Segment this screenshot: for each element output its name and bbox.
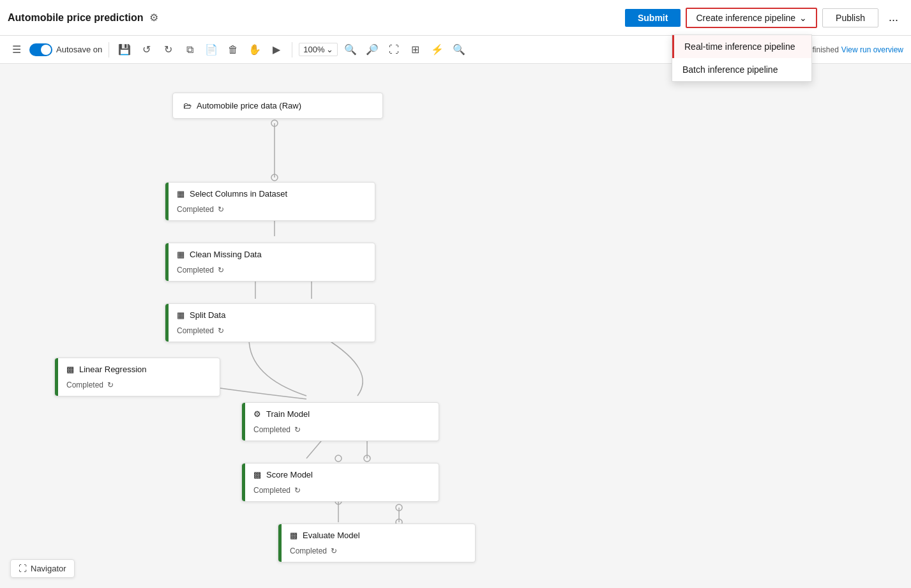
pan-icon[interactable]: ✋	[246, 41, 264, 59]
evaluate-model-label: Evaluate Model	[303, 531, 360, 540]
submit-button[interactable]: Submit	[625, 9, 681, 27]
paste-icon[interactable]: 📄	[202, 41, 220, 59]
zoom-control[interactable]: 100% ⌄	[299, 43, 337, 56]
delete-icon[interactable]: 🗑	[224, 41, 242, 59]
module-icon: ▦	[177, 310, 184, 320]
navigator-button[interactable]: ⛶ Navigator	[10, 559, 75, 578]
completed-bar	[165, 183, 169, 220]
datasource-node[interactable]: 🗁 Automobile price data (Raw)	[172, 93, 383, 119]
batch-inference-option[interactable]: Batch inference pipeline	[672, 58, 811, 81]
module-icon: ▦	[177, 189, 184, 199]
navigator-label: Navigator	[31, 564, 66, 573]
score-model-status: Completed	[253, 486, 290, 495]
svg-point-18	[364, 455, 370, 462]
refresh-icon: ↻	[294, 425, 301, 434]
completed-bar	[242, 403, 245, 441]
zoom-in-icon[interactable]: 🔎	[363, 41, 381, 59]
module-icon: ⚙	[253, 409, 261, 419]
module-icon: ▦	[177, 250, 184, 259]
grid-icon[interactable]: ⊞	[407, 41, 425, 59]
module-icon: ▩	[290, 531, 297, 540]
gear-icon[interactable]: ⚙	[149, 11, 158, 24]
train-model-label: Train Model	[266, 409, 310, 419]
svg-point-9	[271, 174, 278, 181]
clean-missing-node[interactable]: ▦ Clean Missing Data Completed ↻	[165, 243, 375, 282]
select-icon[interactable]: ▶	[267, 41, 285, 59]
svg-point-8	[271, 120, 278, 126]
lightning-icon[interactable]: ⚡	[428, 41, 446, 59]
refresh-icon: ↻	[107, 381, 114, 389]
refresh-icon: ↻	[218, 326, 224, 335]
train-model-node[interactable]: ⚙ Train Model Completed ↻	[241, 402, 439, 441]
zoom-label: 100%	[303, 45, 324, 54]
divider-1	[109, 42, 109, 57]
connections-svg	[0, 64, 911, 588]
datasource-label: Automobile price data (Raw)	[197, 101, 301, 110]
pipeline-canvas: 🗁 Automobile price data (Raw) ▦ Select C…	[0, 64, 911, 588]
select-columns-status: Completed	[177, 205, 214, 214]
fit-icon[interactable]: ⛶	[385, 41, 403, 59]
status-bar: n finished View run overview	[806, 45, 903, 54]
header-actions: Submit Create inference pipeline ⌄ Publi…	[625, 7, 903, 28]
save-icon[interactable]: 💾	[116, 41, 133, 59]
database-icon: 🗁	[183, 101, 192, 110]
completed-bar	[165, 243, 169, 281]
evaluate-model-status: Completed	[290, 547, 327, 555]
module-icon: ▩	[253, 470, 261, 479]
refresh-icon: ↻	[331, 547, 337, 555]
divider-2	[292, 42, 292, 57]
autosave-label: Autosave on	[56, 45, 102, 54]
select-columns-label: Select Columns in Dataset	[190, 189, 287, 199]
navigator-icon: ⛶	[19, 564, 27, 573]
autosave-switch[interactable]	[29, 43, 52, 56]
score-model-label: Score Model	[266, 470, 313, 479]
completed-bar	[242, 464, 245, 501]
publish-button[interactable]: Publish	[822, 8, 878, 27]
module-icon: ▩	[66, 365, 74, 374]
inference-dropdown: Real-time inference pipeline Batch infer…	[672, 34, 812, 82]
refresh-icon: ↻	[218, 266, 224, 275]
select-columns-node[interactable]: ▦ Select Columns in Dataset Completed ↻	[165, 182, 375, 221]
clean-missing-label: Clean Missing Data	[190, 250, 262, 259]
split-data-label: Split Data	[190, 310, 225, 320]
create-inference-button[interactable]: Create inference pipeline ⌄	[686, 8, 817, 28]
completed-bar	[278, 524, 282, 562]
svg-point-17	[335, 455, 342, 462]
view-run-link[interactable]: View run overview	[841, 45, 903, 54]
realtime-inference-option[interactable]: Real-time inference pipeline	[672, 35, 811, 58]
linear-regression-node[interactable]: ▩ Linear Regression Completed ↻	[54, 358, 220, 396]
completed-bar	[55, 358, 58, 396]
more-button[interactable]: ...	[884, 7, 903, 28]
copy-icon[interactable]: ⧉	[181, 41, 199, 59]
redo-icon[interactable]: ↻	[159, 41, 177, 59]
undo-icon[interactable]: ↺	[137, 41, 155, 59]
refresh-icon: ↻	[294, 486, 301, 495]
linear-regression-status: Completed	[66, 381, 103, 389]
header: Automobile price prediction ⚙ Submit Cre…	[0, 0, 911, 36]
split-data-node[interactable]: ▦ Split Data Completed ↻	[165, 303, 375, 342]
chevron-down-icon: ⌄	[799, 13, 807, 23]
clean-missing-status: Completed	[177, 266, 214, 275]
create-inference-label: Create inference pipeline	[696, 13, 795, 23]
refresh-icon: ↻	[218, 205, 224, 214]
search-icon[interactable]: 🔍	[450, 41, 468, 59]
panel-toggle-icon[interactable]: ☰	[8, 41, 26, 59]
evaluate-model-node[interactable]: ▩ Evaluate Model Completed ↻	[278, 524, 476, 562]
zoom-out-icon[interactable]: 🔍	[342, 41, 359, 59]
completed-bar	[165, 304, 169, 342]
zoom-chevron-icon: ⌄	[326, 45, 333, 54]
linear-regression-label: Linear Regression	[79, 365, 147, 374]
score-model-node[interactable]: ▩ Score Model Completed ↻	[241, 463, 439, 502]
train-model-status: Completed	[253, 425, 290, 434]
svg-point-20	[396, 504, 402, 511]
autosave-toggle[interactable]: Autosave on	[29, 43, 102, 56]
split-data-status: Completed	[177, 326, 214, 335]
page-title: Automobile price prediction	[8, 12, 143, 24]
